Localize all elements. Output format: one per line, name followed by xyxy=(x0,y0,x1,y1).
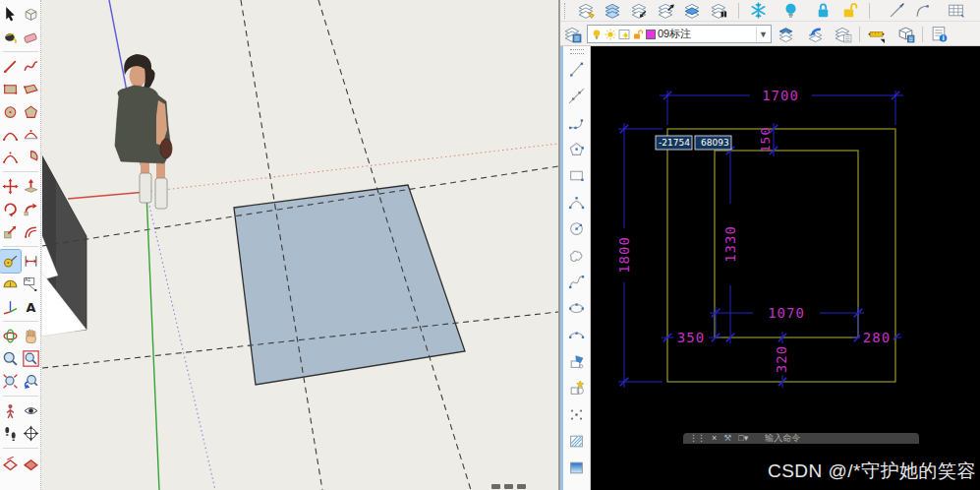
circle-tool-icon[interactable] xyxy=(0,100,21,123)
pie-tool-icon[interactable] xyxy=(21,146,41,168)
previous-view-tool-icon[interactable] xyxy=(21,370,41,393)
arc-tool-icon[interactable] xyxy=(0,123,21,146)
construction-line-icon[interactable] xyxy=(565,83,589,109)
make-block-icon[interactable] xyxy=(565,375,589,401)
section-plane-tool-icon[interactable] xyxy=(0,452,21,474)
status-bar-stub xyxy=(491,484,539,490)
protractor-tool-icon[interactable] xyxy=(0,273,21,295)
fillet-icon[interactable] xyxy=(914,1,933,20)
customize-icon[interactable]: ⚒ xyxy=(723,434,731,443)
layer-properties-icon[interactable] xyxy=(563,25,582,43)
axes-tool-icon[interactable] xyxy=(0,295,21,318)
zoom-window-tool-icon[interactable] xyxy=(21,347,41,370)
dim-text-1070: 1070 xyxy=(768,305,805,321)
move-tool-icon[interactable] xyxy=(0,175,21,198)
chevron-down-icon[interactable]: ▼ xyxy=(756,27,770,41)
line-tool-icon[interactable] xyxy=(0,55,21,78)
copy-objects-to-new-layer-icon[interactable] xyxy=(657,1,675,20)
command-input-placeholder[interactable]: 输入命令 xyxy=(765,434,800,443)
zoom-extents-tool-icon[interactable] xyxy=(0,370,21,393)
ellipse-arc-icon[interactable] xyxy=(565,322,589,348)
3d-text-tool-icon[interactable] xyxy=(21,295,41,318)
sketchup-viewport[interactable] xyxy=(42,0,558,490)
insert-block-icon[interactable] xyxy=(565,348,589,375)
layer-on-bulb-icon[interactable] xyxy=(591,29,603,40)
dim-text-350: 350 xyxy=(677,330,705,345)
sketchup-window: A1 xyxy=(0,0,558,490)
eraser-icon[interactable] xyxy=(21,26,41,48)
zoom-tool-icon[interactable] xyxy=(0,347,21,370)
command-line-bar[interactable]: ⋮⋮ × ⚒ □▾ 输入命令 xyxy=(683,433,919,444)
autocad-model-space[interactable]: 1700 1800 150 1330 1070 350 280 320 -217… xyxy=(591,46,980,490)
offset-tool-icon[interactable] xyxy=(21,220,41,243)
rotate-tool-icon[interactable] xyxy=(0,198,21,220)
spline-icon[interactable] xyxy=(565,269,589,295)
toolbar-grip[interactable] xyxy=(564,3,568,19)
select-tool-icon[interactable] xyxy=(0,3,21,26)
layer-combo[interactable]: 09标注 ▼ xyxy=(587,25,772,43)
layer-previous-icon[interactable] xyxy=(806,25,825,43)
tape-measure-tool-icon[interactable] xyxy=(0,250,21,273)
freehand-tool-icon[interactable] xyxy=(21,55,41,78)
layer-off-icon[interactable] xyxy=(781,1,800,20)
close-icon[interactable]: × xyxy=(712,434,717,443)
layer-thaw-sun-icon[interactable] xyxy=(605,29,616,40)
point-icon[interactable] xyxy=(565,401,589,428)
ellipse-icon[interactable] xyxy=(565,295,589,322)
orbit-tool-icon[interactable] xyxy=(0,325,21,347)
walk-tool-icon[interactable] xyxy=(0,422,21,445)
push-pull-tool-icon[interactable] xyxy=(21,175,41,198)
two-point-arc-tool-icon[interactable] xyxy=(21,123,41,146)
layer-freeze-icon[interactable] xyxy=(749,1,768,20)
compass-tool-icon[interactable] xyxy=(21,422,41,445)
position-camera-tool-icon[interactable] xyxy=(0,399,21,422)
arc-draw-icon[interactable] xyxy=(565,189,589,215)
screen: A xyxy=(0,0,980,490)
three-point-arc-tool-icon[interactable] xyxy=(0,146,21,168)
rectangle-tool-icon[interactable] xyxy=(0,78,21,100)
line-draw-icon[interactable] xyxy=(565,56,589,83)
layer-match-icon[interactable] xyxy=(577,1,596,20)
command-bar-grip[interactable]: ⋮⋮ xyxy=(689,434,705,443)
toolbar-separator xyxy=(869,3,870,19)
paint-bucket-icon[interactable] xyxy=(0,26,21,48)
make-component-icon[interactable] xyxy=(21,3,41,26)
make-object-layer-current-icon[interactable] xyxy=(777,25,795,43)
layer-states-icon[interactable] xyxy=(834,25,852,43)
layer-lock-icon[interactable] xyxy=(814,1,833,20)
dimension-style-icon[interactable] xyxy=(867,25,886,43)
layer-isolate-icon[interactable] xyxy=(683,1,702,20)
hatch-icon[interactable] xyxy=(565,428,589,455)
polygon-tool-icon[interactable] xyxy=(21,100,41,123)
layer-unlock-mini-icon[interactable] xyxy=(632,29,644,40)
table-icon[interactable] xyxy=(947,1,965,20)
break-icon[interactable] xyxy=(888,1,906,20)
text-tool-badge: A1 xyxy=(25,276,30,282)
viewport-freeze-icon[interactable] xyxy=(618,29,630,40)
gradient-icon[interactable] xyxy=(565,455,589,481)
rotated-rectangle-tool-icon[interactable] xyxy=(21,78,41,100)
layer-merge-icon[interactable] xyxy=(710,1,728,20)
follow-me-tool-icon[interactable] xyxy=(21,198,41,220)
recent-commands-icon[interactable]: □▾ xyxy=(738,434,748,443)
text-tool-icon[interactable]: A1 xyxy=(21,273,41,295)
list-info-icon[interactable] xyxy=(930,25,949,43)
toolbar-separator xyxy=(0,48,41,55)
layer-color-swatch[interactable] xyxy=(646,30,656,39)
rectangle-draw-icon[interactable] xyxy=(565,162,589,189)
section-fill-tool-icon[interactable] xyxy=(21,452,41,474)
change-to-current-layer-icon[interactable] xyxy=(630,1,649,20)
polyline-icon[interactable] xyxy=(565,109,589,136)
look-around-tool-icon[interactable] xyxy=(21,399,41,422)
polygon-draw-icon[interactable] xyxy=(565,136,589,162)
layer-walk-icon[interactable] xyxy=(604,1,622,20)
toolbar-grip[interactable] xyxy=(570,49,584,54)
circle-draw-icon[interactable] xyxy=(565,215,589,242)
layer-unlock-icon[interactable] xyxy=(840,1,859,20)
scale-tool-icon[interactable] xyxy=(0,220,21,243)
draw-toolbar xyxy=(563,46,591,490)
unit-box-icon[interactable] xyxy=(896,25,915,43)
revision-cloud-icon[interactable] xyxy=(565,242,589,269)
dimension-tool-icon[interactable] xyxy=(21,250,41,273)
pan-tool-icon[interactable] xyxy=(21,325,41,347)
